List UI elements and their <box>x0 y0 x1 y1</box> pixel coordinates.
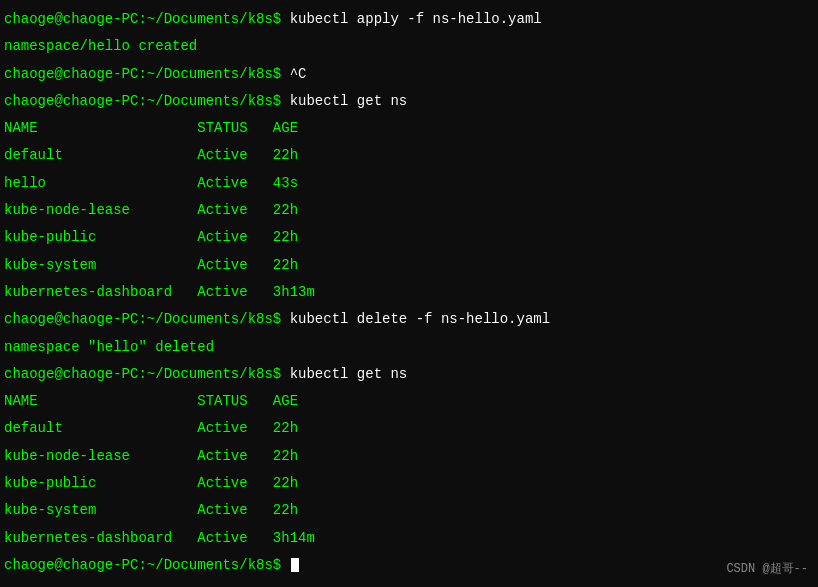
prompt: chaoge@chaoge-PC:~/Documents/k8s$ <box>4 11 281 27</box>
terminal-line: kube-public Active 22h <box>4 224 814 251</box>
terminal-line: namespace/hello created <box>4 33 814 60</box>
output-text: kube-system Active 22h <box>4 257 298 273</box>
command-text: kubectl get ns <box>281 366 407 382</box>
output-text: kube-node-lease Active 22h <box>4 448 298 464</box>
cursor <box>291 558 299 572</box>
command-text: ^C <box>281 66 306 82</box>
table-header: NAME STATUS AGE <box>4 393 298 409</box>
terminal-line: kube-system Active 22h <box>4 252 814 279</box>
terminal-line: NAME STATUS AGE <box>4 115 814 142</box>
terminal-line: chaoge@chaoge-PC:~/Documents/k8s$ kubect… <box>4 88 814 115</box>
terminal-line: NAME STATUS AGE <box>4 388 814 415</box>
command-text: kubectl apply -f ns-hello.yaml <box>281 11 541 27</box>
output-text: kube-system Active 22h <box>4 502 298 518</box>
terminal-line: kube-system Active 22h <box>4 497 814 524</box>
terminal-line: chaoge@chaoge-PC:~/Documents/k8s$ kubect… <box>4 361 814 388</box>
output-text: namespace "hello" deleted <box>4 339 214 355</box>
output-text: kubernetes-dashboard Active 3h14m <box>4 530 315 546</box>
terminal-line: namespace "hello" deleted <box>4 334 814 361</box>
terminal-line: kube-node-lease Active 22h <box>4 443 814 470</box>
terminal-line: kubernetes-dashboard Active 3h14m <box>4 525 814 552</box>
terminal-line: default Active 22h <box>4 415 814 442</box>
watermark: CSDN @超哥-- <box>726 560 808 577</box>
output-text: default Active 22h <box>4 147 298 163</box>
prompt: chaoge@chaoge-PC:~/Documents/k8s$ <box>4 93 281 109</box>
prompt: chaoge@chaoge-PC:~/Documents/k8s$ <box>4 557 281 573</box>
command-text: kubectl get ns <box>281 93 407 109</box>
table-header: NAME STATUS AGE <box>4 120 298 136</box>
terminal-line: chaoge@chaoge-PC:~/Documents/k8s$ kubect… <box>4 6 814 33</box>
prompt: chaoge@chaoge-PC:~/Documents/k8s$ <box>4 66 281 82</box>
command-text: kubectl delete -f ns-hello.yaml <box>281 311 550 327</box>
output-text: kube-public Active 22h <box>4 229 298 245</box>
command-text <box>281 557 289 573</box>
terminal-line: kube-public Active 22h <box>4 470 814 497</box>
terminal-line: kube-node-lease Active 22h <box>4 197 814 224</box>
terminal-line: default Active 22h <box>4 142 814 169</box>
terminal-line: chaoge@chaoge-PC:~/Documents/k8s$ ^C <box>4 61 814 88</box>
terminal-line: hello Active 43s <box>4 170 814 197</box>
prompt: chaoge@chaoge-PC:~/Documents/k8s$ <box>4 366 281 382</box>
terminal-line: chaoge@chaoge-PC:~/Documents/k8s$ kubect… <box>4 306 814 333</box>
output-text: namespace/hello created <box>4 38 197 54</box>
output-text: kube-node-lease Active 22h <box>4 202 298 218</box>
terminal-line: kubernetes-dashboard Active 3h13m <box>4 279 814 306</box>
prompt: chaoge@chaoge-PC:~/Documents/k8s$ <box>4 311 281 327</box>
terminal-line: chaoge@chaoge-PC:~/Documents/k8s$ <box>4 552 814 579</box>
output-text: kubernetes-dashboard Active 3h13m <box>4 284 315 300</box>
output-text: kube-public Active 22h <box>4 475 298 491</box>
terminal-window: chaoge@chaoge-PC:~/Documents/k8s$ kubect… <box>0 0 818 587</box>
output-text: default Active 22h <box>4 420 298 436</box>
output-text: hello Active 43s <box>4 175 298 191</box>
